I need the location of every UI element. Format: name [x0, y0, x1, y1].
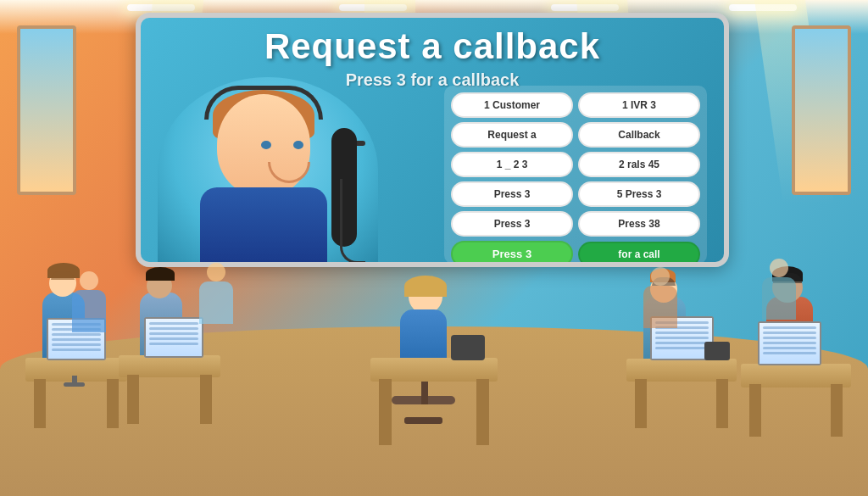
ivr-row: 1 _ 2 3 2 rals 45: [451, 152, 700, 177]
desk-leg-cb: [476, 379, 489, 445]
bg-worker-4: [639, 267, 682, 335]
ivr-btn-rals[interactable]: 2 rals 45: [578, 152, 700, 177]
phone-receiver: [323, 128, 370, 264]
ivr-btn-press3-c[interactable]: Press 3: [451, 211, 573, 237]
worker-hair-2: [146, 267, 175, 281]
monitor-screen-2: [146, 319, 202, 356]
desk-leg-2a: [127, 375, 139, 424]
ivr-row: Press 3 5 Press 3: [451, 181, 700, 207]
worker-hair-center: [404, 276, 447, 297]
desk-leg-ca: [379, 379, 392, 445]
window-left: [17, 25, 76, 195]
monitor-base-1: [64, 382, 85, 387]
desk-leg-4b: [716, 379, 728, 428]
chair-base: [404, 417, 442, 424]
ivr-btn-ivr[interactable]: 1 IVR 3: [578, 92, 700, 118]
agent-body: [200, 187, 327, 264]
desk-surface-center: [370, 358, 498, 382]
desk-surface-4: [626, 359, 737, 382]
phone-cord: [340, 179, 365, 264]
worker-desk-center: [370, 259, 498, 445]
desk-leg-2b: [200, 375, 212, 424]
desk-leg-1a: [34, 379, 46, 428]
desk-leg-5b: [831, 384, 843, 437]
worker-head-2: [147, 273, 172, 298]
ivr-btn-123[interactable]: 1 _ 2 3: [451, 152, 573, 177]
bg-worker-1: [68, 271, 110, 339]
ivr-btn-press3-a[interactable]: Press 3: [451, 181, 573, 207]
agent-illustration: [158, 77, 378, 264]
window-right: [792, 25, 851, 195]
ivr-btn-callback[interactable]: Callback: [578, 122, 700, 148]
billboard-title: Request a callback: [141, 26, 724, 67]
agent-eye-right: [293, 141, 303, 149]
scene: Request a callback Press 3 for a callbac…: [0, 0, 868, 496]
ivr-btn-customer[interactable]: 1 Customer: [451, 92, 573, 118]
ivr-btn-press3-b[interactable]: 5 Press 3: [578, 181, 700, 207]
agent-smile: [268, 162, 310, 183]
desk-phone-center: [451, 335, 485, 360]
ivr-btn-press38[interactable]: Press 38: [578, 211, 700, 237]
agent-eye-left: [261, 141, 271, 149]
ivr-panel: 1 Customer 1 IVR 3 Request a Callback 1 …: [444, 86, 707, 264]
ivr-row: Request a Callback: [451, 122, 700, 148]
bg-worker-3: [758, 259, 800, 326]
agent-face: [192, 86, 344, 255]
ivr-row: Press 3 Press 38: [451, 211, 700, 237]
desk-phone-4: [704, 342, 730, 360]
monitor-screen-5: [760, 323, 820, 364]
agent-head: [217, 94, 310, 196]
billboard: Request a callback Press 3 for a callbac…: [136, 13, 729, 267]
ivr-btn-request[interactable]: Request a: [451, 122, 573, 148]
workers-area: [0, 263, 868, 496]
monitor-5: [758, 321, 821, 365]
ivr-row: 1 Customer 1 IVR 3: [451, 92, 700, 118]
desk-leg-5a: [749, 384, 761, 437]
desk-leg-1b: [107, 379, 119, 428]
bg-worker-2: [195, 263, 237, 331]
desk-leg-4a: [635, 379, 647, 428]
worker-head-center: [409, 280, 442, 314]
